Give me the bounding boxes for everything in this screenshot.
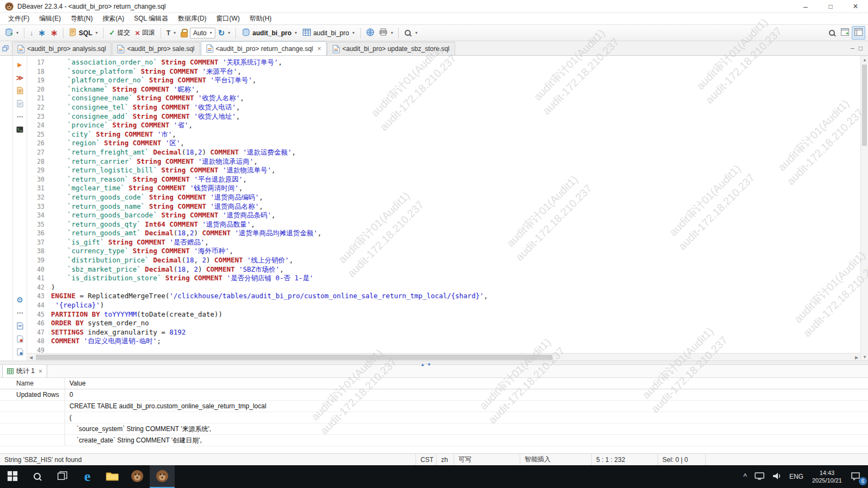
output-view-icon[interactable] <box>15 322 25 330</box>
collapsed-navigator-bar[interactable] <box>0 56 13 361</box>
tray-expand-button[interactable] <box>739 465 751 488</box>
pending-rollback-button[interactable] <box>48 26 60 40</box>
menu-item-5[interactable]: 数据库(D) <box>173 12 212 25</box>
code-area[interactable]: 17 `association_order_no` String COMMENT… <box>27 56 860 353</box>
action-center-button[interactable]: 6 <box>847 465 868 488</box>
language-indicator[interactable]: ENG <box>786 465 807 488</box>
stats-row[interactable]: `create_date` String COMMENT '创建日期', <box>0 435 868 446</box>
sash-maximize-icon[interactable] <box>420 360 425 368</box>
menu-item-2[interactable]: 导航(N) <box>66 12 98 25</box>
quick-access-search-button[interactable] <box>826 28 838 38</box>
editor-tab-2[interactable]: <audit_bi_pro> return_change.sql× <box>201 41 327 55</box>
code-line[interactable]: 39 `distribution_price` Decimal(18, 2) C… <box>27 256 860 265</box>
code-line[interactable]: 34 `return_goods_barcode` String COMMENT… <box>27 211 860 220</box>
code-line[interactable]: 20 `nickname` String COMMENT '昵称', <box>27 85 860 94</box>
code-line[interactable]: 47SETTINGS index_granularity = 8192 <box>27 328 860 337</box>
maximize-button[interactable] <box>818 0 843 13</box>
code-line[interactable]: 19 `platform_order_no` String COMMENT '平… <box>27 76 860 85</box>
print-button[interactable] <box>377 27 395 39</box>
horizontal-scrollbar[interactable]: ◀ ▶ <box>27 353 860 361</box>
menu-item-6[interactable]: 窗口(W) <box>212 12 245 25</box>
editor-tab-3[interactable]: <audit_bi_pro> update_sbz_store.sql <box>327 42 455 55</box>
code-line[interactable]: 43ENGINE = ReplicatedMergeTree('/clickho… <box>27 292 860 301</box>
transaction-lock-button[interactable] <box>178 27 189 38</box>
query-log-icon[interactable] <box>15 348 25 356</box>
execute-statement-icon[interactable] <box>15 60 25 69</box>
edge-browser-button[interactable] <box>75 465 100 488</box>
scroll-up-icon[interactable]: ▲ <box>861 56 868 63</box>
menu-item-0[interactable]: 文件(F) <box>3 12 34 25</box>
connection-selector[interactable]: audit_bi_pro <box>239 27 299 40</box>
minimize-button[interactable] <box>793 0 818 13</box>
scroll-right-icon[interactable]: ▶ <box>853 354 860 361</box>
code-line[interactable]: 24 `province` String COMMENT '省', <box>27 121 860 130</box>
open-perspective-button[interactable]: + <box>839 27 851 39</box>
editor-tab-0[interactable]: <audit_bi_pro> analysis.sql <box>12 42 111 55</box>
code-line[interactable]: 28 `return_carrier` String COMMENT '退款物流… <box>27 157 860 166</box>
close-stats-icon[interactable]: × <box>39 368 42 375</box>
code-line[interactable]: 31 `mgclear_time` String COMMENT '钱货两清时间… <box>27 184 860 193</box>
vertical-scrollbar[interactable]: ▲ ▼ <box>860 56 868 361</box>
horizontal-scroll-thumb[interactable] <box>36 355 552 360</box>
code-line[interactable]: 29 `return_logistic_bill` String COMMENT… <box>27 166 860 175</box>
explain-plan-icon[interactable] <box>15 86 25 95</box>
menu-item-7[interactable]: 帮助(H) <box>245 12 277 25</box>
close-button[interactable] <box>843 0 868 13</box>
error-log-icon[interactable] <box>15 335 25 343</box>
start-button[interactable] <box>0 465 25 488</box>
minimize-view-icon[interactable] <box>851 44 854 52</box>
code-line[interactable]: 18 `source_platform` String COMMENT '来源平… <box>27 67 860 76</box>
code-line[interactable]: 38 `currency_type` String COMMENT '海外币种'… <box>27 247 860 256</box>
code-line[interactable]: 41 `is_distribution_store` String COMMEN… <box>27 274 860 283</box>
dbeaver-perspective-button[interactable] <box>852 26 865 40</box>
new-connection-button[interactable]: + <box>3 27 21 40</box>
sql-editor[interactable]: 17 `association_order_no` String COMMENT… <box>27 56 860 361</box>
scroll-down-icon[interactable]: ▼ <box>861 353 868 361</box>
pending-commit-button[interactable] <box>36 26 48 40</box>
code-line[interactable]: 21 `consignee_name` String COMMENT '收货人名… <box>27 94 860 103</box>
code-line[interactable]: 17 `association_order_no` String COMMENT… <box>27 58 860 67</box>
scroll-left-icon[interactable]: ◀ <box>27 354 35 361</box>
network-button[interactable] <box>364 27 376 40</box>
transaction-mode-button[interactable] <box>164 28 178 38</box>
tray-display-button[interactable] <box>751 465 768 488</box>
code-line[interactable]: 36 `return_goods_amt` Decimal(18,2) COMM… <box>27 229 860 238</box>
refresh-button[interactable] <box>216 27 233 40</box>
menu-item-4[interactable]: SQL 编辑器 <box>129 12 173 25</box>
stats-row[interactable]: ( <box>0 412 868 423</box>
dbeaver-taskbar-button[interactable] <box>125 465 150 488</box>
stats-row[interactable]: `source_system` String COMMENT '来源系统', <box>0 423 868 435</box>
maximize-view-icon[interactable] <box>859 44 863 52</box>
close-tab-icon[interactable]: × <box>317 45 321 53</box>
auto-commit-combo[interactable]: Auto <box>190 28 215 38</box>
code-line[interactable]: 26 `region` String COMMENT '区', <box>27 139 860 148</box>
code-line[interactable]: 46ORDER BY system_order_no <box>27 319 860 328</box>
settings-icon[interactable] <box>15 296 25 304</box>
tray-volume-button[interactable] <box>768 465 786 488</box>
taskbar-clock[interactable]: 14:43 2025/10/21 <box>807 465 847 488</box>
task-view-button[interactable] <box>50 465 75 488</box>
fetch-page-button[interactable] <box>28 27 36 38</box>
stats-tab[interactable]: 统计 1 × <box>2 365 47 377</box>
menu-item-3[interactable]: 搜索(A) <box>98 12 129 25</box>
terminal-icon[interactable] <box>15 125 25 134</box>
more-bottom-icon[interactable] <box>15 309 25 317</box>
more-actions-icon[interactable] <box>15 112 25 121</box>
toolbar-search-button[interactable] <box>402 28 419 38</box>
taskbar-search-button[interactable] <box>25 465 50 488</box>
code-line[interactable]: 35 `return_goods_qty` Int64 COMMENT '退货商… <box>27 220 860 229</box>
code-line[interactable]: 27 `return_freight_amt` Decimal(18,2) CO… <box>27 148 860 157</box>
stats-row[interactable]: Updated Rows0 <box>0 389 868 401</box>
sash-minimize-icon[interactable] <box>427 360 431 368</box>
vertical-scroll-thumb[interactable] <box>862 65 867 146</box>
schema-selector[interactable]: audit_bi_pro <box>300 27 357 39</box>
commit-button[interactable]: 提交 <box>107 27 132 39</box>
code-line[interactable]: 42) <box>27 283 860 292</box>
code-line[interactable]: 32 `return_goods_code` String COMMENT '退… <box>27 193 860 202</box>
code-line[interactable]: 49 <box>27 346 860 353</box>
dbeaver-taskbar-button-active[interactable] <box>150 465 175 488</box>
outline-icon[interactable] <box>15 99 25 108</box>
code-line[interactable]: 22 `consignee_tel` String COMMENT '收货人电话… <box>27 103 860 112</box>
file-explorer-button[interactable] <box>100 465 125 488</box>
code-line[interactable]: 33 `return_goods_name` String COMMENT '退… <box>27 202 860 211</box>
